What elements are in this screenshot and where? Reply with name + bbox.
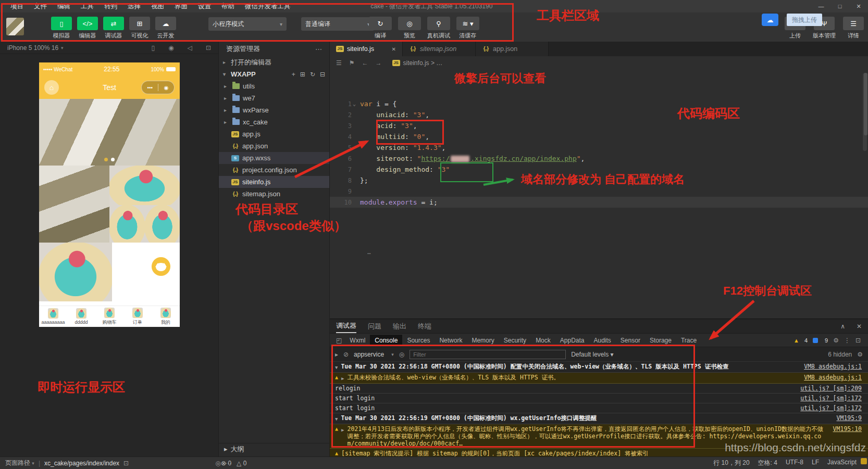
maximize-button[interactable]: □ xyxy=(830,0,849,12)
menu-item[interactable]: 界面 xyxy=(169,1,193,12)
tree-item-app.json[interactable]: {..}app.json xyxy=(219,140,329,152)
tree-item-wxParse[interactable]: ▸wxParse xyxy=(219,104,329,116)
collapse-all-icon[interactable]: ⊟ xyxy=(320,71,325,78)
phone-tab-订单[interactable]: 订单 xyxy=(123,306,152,327)
log-source-link[interactable]: util.js? [sm]:209 xyxy=(800,385,862,392)
tab-sitemap.json[interactable]: {..}sitemap.json xyxy=(403,42,476,56)
project-avatar[interactable] xyxy=(6,18,24,35)
outline-icon[interactable]: ☰ xyxy=(336,59,342,67)
devtools-tab-Sensor[interactable]: Sensor xyxy=(616,335,645,346)
log-source-link[interactable]: util.js? [sm]:172 xyxy=(800,395,862,402)
collapse-panel-icon[interactable]: ∧ xyxy=(840,323,845,330)
banner-carousel-image[interactable] xyxy=(39,99,180,166)
devtools-tab-Network[interactable]: Network xyxy=(435,335,467,346)
status-segment[interactable]: 空格: 4 xyxy=(758,459,777,467)
warning-triangle-icon[interactable]: ▲ xyxy=(793,337,799,344)
编辑器-button[interactable]: </>编辑器 xyxy=(76,17,99,40)
预览-button[interactable]: ◎预览 xyxy=(398,17,421,40)
tree-item-utils[interactable]: ▸utils xyxy=(219,80,329,92)
record-icon[interactable]: ◉ xyxy=(168,44,173,52)
copy-icon[interactable]: ⊡ xyxy=(123,460,129,467)
log-levels-select[interactable]: Default levels ▾ xyxy=(571,351,613,358)
tree-item-sitemap.json[interactable]: {..}sitemap.json xyxy=(219,188,329,200)
devtools-tab-Wxml[interactable]: Wxml xyxy=(345,335,370,346)
mode-select[interactable]: 小程序模式 ▾ xyxy=(208,17,287,31)
console-log-row[interactable]: start loginutil.js? [sm]:172 xyxy=(330,394,868,403)
status-segment[interactable]: 行 10，列 20 xyxy=(713,459,749,467)
真机调试-button[interactable]: ⚲真机调试 xyxy=(427,17,450,40)
模拟器-button[interactable]: ▯模拟器 xyxy=(50,17,73,40)
caret-right-icon[interactable]: ▶ xyxy=(341,426,344,434)
devtools-tab-Audits[interactable]: Audits xyxy=(589,335,616,346)
phone-tab-我的[interactable]: 我的 xyxy=(152,306,180,327)
windows-icon[interactable]: ⊡ xyxy=(206,44,211,52)
phone-tab-购物车[interactable]: 购物车 xyxy=(95,306,123,327)
详情-button[interactable]: ☰详情 xyxy=(842,17,865,40)
清缓存-button[interactable]: ≋ ▾清缓存 xyxy=(456,17,479,40)
tab-app.json[interactable]: {..}app.json xyxy=(476,42,549,56)
调试器-button[interactable]: ⇄调试器 xyxy=(102,17,125,40)
编译-button[interactable]: ↻编译 xyxy=(369,17,392,40)
menu-item[interactable]: 视图 xyxy=(146,1,169,12)
forward-icon[interactable]: → xyxy=(376,59,382,67)
devtools-tab-Memory[interactable]: Memory xyxy=(467,335,499,346)
log-source-link[interactable]: VM195:10 xyxy=(833,425,862,433)
status-segment[interactable]: JavaScript xyxy=(827,459,857,467)
compile-select[interactable]: 普通编译 ▾ xyxy=(301,17,374,31)
panel-tab-问题[interactable]: 问题 xyxy=(368,319,381,333)
device-selector[interactable]: iPhone 5 100% 16 ▾ xyxy=(7,44,64,52)
devtools-tab-Mock[interactable]: Mock xyxy=(531,335,555,346)
tab-siteinfo.js[interactable]: JSsiteinfo.js✕ xyxy=(330,42,403,56)
tree-item-app.js[interactable]: JSapp.js xyxy=(219,128,329,140)
menu-item[interactable]: 微信开发者工具 xyxy=(240,1,296,12)
menu-item[interactable]: 工具 xyxy=(76,1,99,12)
devtools-tab-Console[interactable]: Console xyxy=(370,335,402,346)
menu-item[interactable]: 编辑 xyxy=(52,1,76,12)
devtools-tab-AppData[interactable]: AppData xyxy=(555,335,589,346)
status-segment[interactable]: LF xyxy=(812,459,819,467)
log-source-link[interactable]: VM8 asdebug.js:1 xyxy=(804,374,862,381)
caret-right-icon[interactable]: ▶ xyxy=(341,375,344,382)
devtools-tab-Sources[interactable]: Sources xyxy=(402,335,435,346)
device-icon[interactable]: ▯ xyxy=(152,44,155,52)
panel-tab-终端[interactable]: 终端 xyxy=(418,319,431,333)
info-square-icon[interactable] xyxy=(813,338,818,343)
product-image[interactable] xyxy=(39,243,112,301)
refresh-icon[interactable]: ↻ xyxy=(310,71,315,78)
tree-item-app.wxss[interactable]: Sapp.wxss xyxy=(219,152,329,164)
customer-service-fab[interactable] xyxy=(152,257,170,276)
breadcrumb-file[interactable]: JS siteinfo.js > … xyxy=(392,59,443,67)
project-root-row[interactable]: ▾ WXAPP +⊞↻⊟ xyxy=(219,68,329,80)
open-editors-section[interactable]: ▸ 打开的编辑器 xyxy=(219,56,329,68)
console-settings-icon[interactable]: ⚙ xyxy=(857,351,863,358)
problems-summary[interactable]: ⊗ 0 △ 0 xyxy=(221,460,246,467)
eye-icon[interactable]: ◎ xyxy=(399,351,404,358)
tree-item-we7[interactable]: ▸we7 xyxy=(219,92,329,104)
drag-upload-icon[interactable]: ☁ xyxy=(762,14,778,26)
console-log-row[interactable]: reloginutil.js? [sm]:209 xyxy=(330,384,868,394)
devtools-tab-Storage[interactable]: Storage xyxy=(645,335,676,346)
可视化-button[interactable]: ⊞可视化 xyxy=(128,17,151,40)
filter-input[interactable] xyxy=(410,350,566,359)
tree-item-xc_cake[interactable]: ▸xc_cake xyxy=(219,116,329,128)
fold-icon[interactable]: ⌄ xyxy=(353,101,360,107)
grid-image-bottom-2[interactable] xyxy=(145,205,180,243)
menu-item[interactable]: 项目 xyxy=(5,1,29,12)
back-icon[interactable]: ← xyxy=(362,59,368,67)
menu-item[interactable]: 帮助 xyxy=(216,1,240,12)
console-log-row[interactable]: ▼Tue Mar 30 2021 22:56:18 GMT+0800 (中国标准… xyxy=(330,362,868,373)
grid-image-top[interactable] xyxy=(109,166,180,205)
console-log-row[interactable]: start loginutil.js? [sm]:172 xyxy=(330,403,868,413)
eye-icon[interactable]: ◎ xyxy=(215,460,220,467)
capsule-menu[interactable]: ••• ◉ xyxy=(141,81,175,94)
window-scrollbar[interactable] xyxy=(864,73,867,135)
page-path-select[interactable]: 页面路径 ▾ xyxy=(5,459,34,467)
云开发-button[interactable]: ☁云开发 xyxy=(154,17,177,40)
log-source-link[interactable]: VM8 asdebug.js:1 xyxy=(804,363,862,370)
caret-down-icon[interactable]: ▼ xyxy=(335,364,338,371)
menu-item[interactable]: 文件 xyxy=(29,1,52,12)
console-log-row[interactable]: ▲▶工具未校验合法域名、web-view（业务域名）、TLS 版本以及 HTTP… xyxy=(330,373,868,384)
code-area[interactable]: 1⌄var i = {2 uniacid: "3",3 acid: "3",4 … xyxy=(330,70,868,319)
new-folder-icon[interactable]: ⊞ xyxy=(300,71,305,78)
devtools-tab-Trace[interactable]: Trace xyxy=(676,335,701,346)
